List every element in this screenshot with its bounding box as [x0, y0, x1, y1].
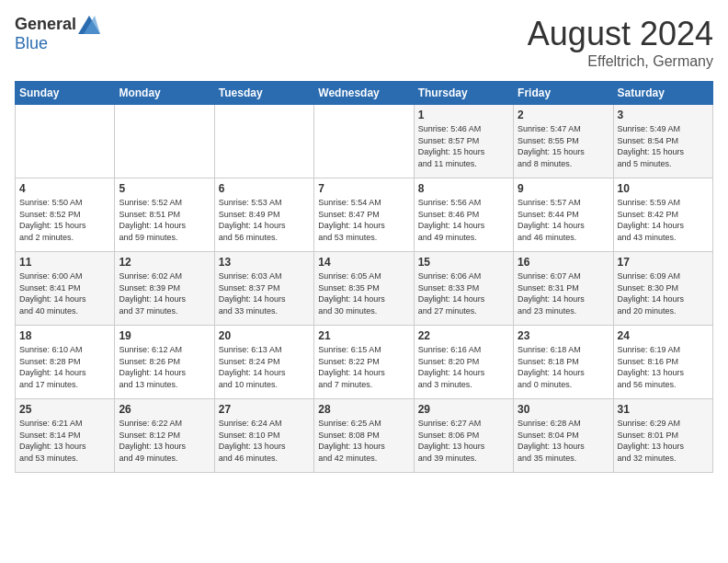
day-number: 8 [418, 182, 509, 195]
logo-general: General [15, 15, 76, 34]
weekday-header-saturday: Saturday [613, 82, 712, 105]
day-number: 6 [219, 182, 310, 195]
calendar-cell: 7Sunrise: 5:54 AM Sunset: 8:47 PM Daylig… [314, 178, 414, 252]
calendar-cell: 30Sunrise: 6:28 AM Sunset: 8:04 PM Dayli… [514, 399, 613, 473]
day-number: 12 [119, 256, 210, 269]
day-info: Sunrise: 5:57 AM Sunset: 8:44 PM Dayligh… [518, 197, 609, 243]
day-info: Sunrise: 6:19 AM Sunset: 8:16 PM Dayligh… [618, 344, 709, 390]
calendar-cell: 21Sunrise: 6:15 AM Sunset: 8:22 PM Dayli… [314, 326, 414, 399]
calendar-cell: 2Sunrise: 5:47 AM Sunset: 8:55 PM Daylig… [514, 105, 613, 178]
calendar-cell: 15Sunrise: 6:06 AM Sunset: 8:33 PM Dayli… [414, 252, 513, 326]
weekday-header-thursday: Thursday [414, 82, 513, 105]
calendar-cell: 12Sunrise: 6:02 AM Sunset: 8:39 PM Dayli… [115, 252, 214, 326]
day-info: Sunrise: 5:59 AM Sunset: 8:42 PM Dayligh… [618, 197, 709, 243]
day-info: Sunrise: 6:22 AM Sunset: 8:12 PM Dayligh… [119, 418, 210, 464]
logo: General Blue [15, 15, 100, 53]
calendar-cell: 19Sunrise: 6:12 AM Sunset: 8:26 PM Dayli… [115, 326, 214, 399]
day-info: Sunrise: 6:12 AM Sunset: 8:26 PM Dayligh… [119, 344, 210, 390]
calendar-cell: 17Sunrise: 6:09 AM Sunset: 8:30 PM Dayli… [613, 252, 712, 326]
day-number: 15 [418, 256, 509, 269]
day-info: Sunrise: 6:06 AM Sunset: 8:33 PM Dayligh… [418, 270, 509, 316]
day-number: 24 [618, 329, 709, 342]
calendar-week-3: 11Sunrise: 6:00 AM Sunset: 8:41 PM Dayli… [16, 252, 713, 326]
calendar-cell: 25Sunrise: 6:21 AM Sunset: 8:14 PM Dayli… [16, 399, 115, 473]
day-info: Sunrise: 6:03 AM Sunset: 8:37 PM Dayligh… [219, 270, 310, 316]
day-info: Sunrise: 6:02 AM Sunset: 8:39 PM Dayligh… [119, 270, 210, 316]
calendar-cell: 5Sunrise: 5:52 AM Sunset: 8:51 PM Daylig… [115, 178, 214, 252]
calendar-cell: 18Sunrise: 6:10 AM Sunset: 8:28 PM Dayli… [16, 326, 115, 399]
day-number: 4 [19, 182, 110, 195]
day-info: Sunrise: 5:50 AM Sunset: 8:52 PM Dayligh… [19, 197, 110, 243]
day-info: Sunrise: 5:46 AM Sunset: 8:57 PM Dayligh… [418, 123, 509, 169]
title-section: August 2024 Effeltrich, Germany [528, 15, 713, 70]
day-info: Sunrise: 5:53 AM Sunset: 8:49 PM Dayligh… [219, 197, 310, 243]
calendar-cell [16, 105, 115, 178]
calendar-cell: 31Sunrise: 6:29 AM Sunset: 8:01 PM Dayli… [613, 399, 712, 473]
logo-blue-text: Blue [15, 34, 48, 52]
page-header: General Blue August 2024 Effeltrich, Ger… [15, 15, 713, 70]
day-number: 1 [418, 109, 509, 121]
day-number: 23 [518, 329, 609, 342]
calendar-week-2: 4Sunrise: 5:50 AM Sunset: 8:52 PM Daylig… [16, 178, 713, 252]
calendar-cell: 11Sunrise: 6:00 AM Sunset: 8:41 PM Dayli… [16, 252, 115, 326]
calendar-cell: 24Sunrise: 6:19 AM Sunset: 8:16 PM Dayli… [613, 326, 712, 399]
weekday-header-row: SundayMondayTuesdayWednesdayThursdayFrid… [16, 82, 713, 105]
calendar-cell [314, 105, 414, 178]
day-number: 11 [19, 256, 110, 269]
day-info: Sunrise: 6:24 AM Sunset: 8:10 PM Dayligh… [219, 418, 310, 464]
day-number: 17 [618, 256, 709, 269]
weekday-header-monday: Monday [115, 82, 214, 105]
day-number: 9 [518, 182, 609, 195]
calendar-cell: 3Sunrise: 5:49 AM Sunset: 8:54 PM Daylig… [613, 105, 712, 178]
calendar-cell: 20Sunrise: 6:13 AM Sunset: 8:24 PM Dayli… [214, 326, 313, 399]
day-number: 2 [518, 109, 609, 121]
calendar-cell: 8Sunrise: 5:56 AM Sunset: 8:46 PM Daylig… [414, 178, 513, 252]
day-number: 7 [318, 182, 409, 195]
logo-icon [78, 16, 100, 34]
day-info: Sunrise: 6:13 AM Sunset: 8:24 PM Dayligh… [219, 344, 310, 390]
calendar-cell: 28Sunrise: 6:25 AM Sunset: 8:08 PM Dayli… [314, 399, 414, 473]
calendar-cell [214, 105, 313, 178]
day-info: Sunrise: 5:52 AM Sunset: 8:51 PM Dayligh… [119, 197, 210, 243]
day-info: Sunrise: 6:29 AM Sunset: 8:01 PM Dayligh… [618, 418, 709, 464]
calendar-cell [115, 105, 214, 178]
calendar-body: 1Sunrise: 5:46 AM Sunset: 8:57 PM Daylig… [16, 105, 713, 473]
day-number: 29 [418, 403, 509, 416]
day-number: 19 [119, 329, 210, 342]
calendar-cell: 27Sunrise: 6:24 AM Sunset: 8:10 PM Dayli… [214, 399, 313, 473]
calendar-cell: 1Sunrise: 5:46 AM Sunset: 8:57 PM Daylig… [414, 105, 513, 178]
day-info: Sunrise: 5:56 AM Sunset: 8:46 PM Dayligh… [418, 197, 509, 243]
day-number: 18 [19, 329, 110, 342]
day-number: 13 [219, 256, 310, 269]
weekday-header-friday: Friday [514, 82, 613, 105]
day-info: Sunrise: 6:25 AM Sunset: 8:08 PM Dayligh… [318, 418, 409, 464]
calendar-cell: 14Sunrise: 6:05 AM Sunset: 8:35 PM Dayli… [314, 252, 414, 326]
day-number: 22 [418, 329, 509, 342]
day-number: 14 [318, 256, 409, 269]
day-number: 5 [119, 182, 210, 195]
day-info: Sunrise: 6:27 AM Sunset: 8:06 PM Dayligh… [418, 418, 509, 464]
calendar-week-1: 1Sunrise: 5:46 AM Sunset: 8:57 PM Daylig… [16, 105, 713, 178]
calendar-cell: 6Sunrise: 5:53 AM Sunset: 8:49 PM Daylig… [214, 178, 313, 252]
calendar-cell: 13Sunrise: 6:03 AM Sunset: 8:37 PM Dayli… [214, 252, 313, 326]
day-number: 25 [19, 403, 110, 416]
day-info: Sunrise: 6:09 AM Sunset: 8:30 PM Dayligh… [618, 270, 709, 316]
month-year-title: August 2024 [528, 15, 713, 53]
weekday-header-wednesday: Wednesday [314, 82, 414, 105]
day-info: Sunrise: 5:47 AM Sunset: 8:55 PM Dayligh… [518, 123, 609, 169]
calendar-cell: 29Sunrise: 6:27 AM Sunset: 8:06 PM Dayli… [414, 399, 513, 473]
calendar-cell: 23Sunrise: 6:18 AM Sunset: 8:18 PM Dayli… [514, 326, 613, 399]
day-info: Sunrise: 5:49 AM Sunset: 8:54 PM Dayligh… [618, 123, 709, 169]
day-number: 30 [518, 403, 609, 416]
day-info: Sunrise: 6:05 AM Sunset: 8:35 PM Dayligh… [318, 270, 409, 316]
calendar-cell: 4Sunrise: 5:50 AM Sunset: 8:52 PM Daylig… [16, 178, 115, 252]
day-info: Sunrise: 6:15 AM Sunset: 8:22 PM Dayligh… [318, 344, 409, 390]
calendar-table: SundayMondayTuesdayWednesdayThursdayFrid… [15, 81, 713, 473]
calendar-cell: 10Sunrise: 5:59 AM Sunset: 8:42 PM Dayli… [613, 178, 712, 252]
day-info: Sunrise: 6:28 AM Sunset: 8:04 PM Dayligh… [518, 418, 609, 464]
calendar-cell: 16Sunrise: 6:07 AM Sunset: 8:31 PM Dayli… [514, 252, 613, 326]
day-number: 21 [318, 329, 409, 342]
calendar-cell: 9Sunrise: 5:57 AM Sunset: 8:44 PM Daylig… [514, 178, 613, 252]
day-number: 27 [219, 403, 310, 416]
day-info: Sunrise: 6:07 AM Sunset: 8:31 PM Dayligh… [518, 270, 609, 316]
